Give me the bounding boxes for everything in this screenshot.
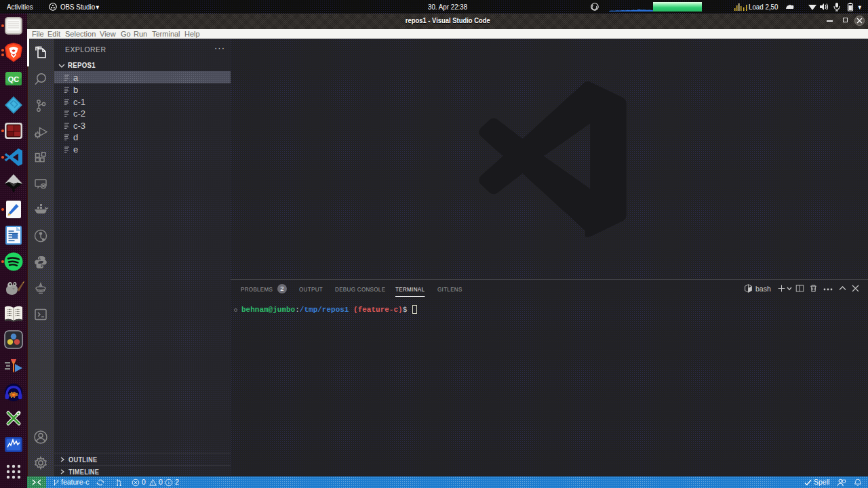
svg-text:QC: QC [8,75,20,83]
